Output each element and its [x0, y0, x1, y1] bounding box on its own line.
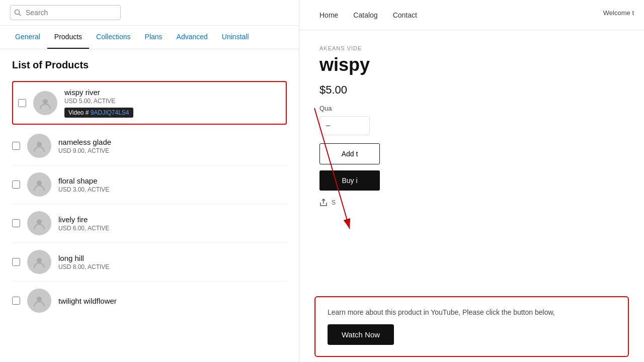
- product-item-5[interactable]: long hill USD 8.00, ACTIVE: [12, 243, 287, 282]
- product-avatar-6: [27, 289, 51, 313]
- youtube-box: Learn more about this product in YouTube…: [314, 296, 629, 357]
- nav-catalog[interactable]: Catalog: [353, 11, 377, 19]
- product-item-4[interactable]: lively fire USD 6.00, ACTIVE: [12, 204, 287, 243]
- product-info-2: nameless glade USD 9.00, ACTIVE: [58, 138, 287, 154]
- add-to-cart-button[interactable]: Add t: [319, 143, 380, 164]
- product-item-3[interactable]: floral shape USD 3.00, ACTIVE: [12, 165, 287, 204]
- store-nav: Home Catalog Contact Welcome t: [299, 0, 644, 30]
- youtube-text: Learn more about this product in YouTube…: [328, 308, 616, 316]
- search-input[interactable]: [10, 5, 121, 20]
- search-icon-wrap: [10, 5, 121, 20]
- tab-advanced[interactable]: Advanced: [170, 26, 215, 49]
- product-meta-4: USD 6.00, ACTIVE: [58, 225, 287, 232]
- buy-now-button[interactable]: Buy i: [319, 170, 380, 191]
- product-checkbox-1[interactable]: [18, 99, 26, 107]
- product-name-1: wispy river: [64, 88, 281, 97]
- video-link-1[interactable]: 9ADJIQ74LS4: [91, 109, 129, 116]
- product-meta-2: USD 9.00, ACTIVE: [58, 147, 287, 154]
- product-item-1[interactable]: wispy river USD 5.00, ACTIVE Video # 9AD…: [12, 81, 287, 125]
- product-info-5: long hill USD 8.00, ACTIVE: [58, 254, 287, 270]
- share-row: S: [319, 199, 624, 207]
- product-name-6: twilight wildflower: [58, 297, 287, 305]
- product-checkbox-5[interactable]: [12, 258, 20, 266]
- svg-point-5: [37, 219, 42, 224]
- product-meta-1: USD 5.00, ACTIVE: [64, 98, 281, 105]
- product-meta-5: USD 8.00, ACTIVE: [58, 263, 287, 270]
- tab-collections[interactable]: Collections: [89, 26, 137, 49]
- share-icon: [319, 199, 328, 207]
- product-name-4: lively fire: [58, 215, 287, 224]
- product-avatar-1: [33, 91, 57, 115]
- product-info-6: twilight wildflower: [58, 297, 287, 305]
- search-bar: [0, 0, 299, 26]
- tab-general[interactable]: General: [8, 26, 47, 49]
- product-item-6[interactable]: twilight wildflower: [12, 282, 287, 320]
- nav-contact[interactable]: Contact: [393, 11, 417, 19]
- product-price: $5.00: [319, 83, 624, 97]
- product-info-1: wispy river USD 5.00, ACTIVE Video # 9AD…: [64, 88, 281, 118]
- svg-point-7: [37, 297, 42, 302]
- nav-home[interactable]: Home: [319, 11, 338, 19]
- video-badge-1: Video # 9ADJIQ74LS4: [64, 108, 133, 118]
- akeans-label: AKEANS VIDE: [319, 45, 624, 51]
- product-avatar-5: [27, 250, 51, 274]
- quantity-minus-button[interactable]: −: [320, 117, 336, 135]
- product-info-4: lively fire USD 6.00, ACTIVE: [58, 215, 287, 232]
- watch-now-button[interactable]: Watch Now: [328, 324, 394, 345]
- svg-point-2: [43, 99, 48, 104]
- product-avatar-4: [27, 211, 51, 235]
- products-section: List of Products wispy river USD 5.00, A…: [0, 49, 299, 362]
- store-welcome: Welcome t: [603, 9, 634, 17]
- product-name-5: long hill: [58, 254, 287, 262]
- svg-point-4: [37, 180, 42, 186]
- left-panel: General Products Collections Plans Advan…: [0, 0, 299, 362]
- product-title-big: wispy: [319, 54, 624, 75]
- product-avatar-3: [27, 172, 51, 197]
- product-detail: AKEANS VIDE wispy $5.00 Qua − Add t Buy …: [299, 30, 644, 362]
- tabs-nav: General Products Collections Plans Advan…: [0, 26, 299, 49]
- svg-point-6: [37, 258, 42, 263]
- product-name-2: nameless glade: [58, 138, 287, 146]
- product-checkbox-4[interactable]: [12, 219, 20, 227]
- product-checkbox-3[interactable]: [12, 180, 20, 189]
- product-item-2[interactable]: nameless glade USD 9.00, ACTIVE: [12, 127, 287, 165]
- tab-uninstall[interactable]: Uninstall: [215, 26, 256, 49]
- quantity-control: −: [319, 116, 370, 135]
- product-checkbox-6[interactable]: [12, 297, 20, 305]
- list-title: List of Products: [12, 59, 287, 71]
- tab-products[interactable]: Products: [47, 26, 89, 49]
- tab-plans[interactable]: Plans: [138, 26, 170, 49]
- product-checkbox-2[interactable]: [12, 142, 20, 150]
- svg-point-3: [37, 142, 42, 147]
- product-avatar-2: [27, 134, 51, 158]
- product-name-3: floral shape: [58, 176, 287, 185]
- right-panel: Home Catalog Contact Welcome t AKEANS VI…: [299, 0, 644, 362]
- share-label: S: [332, 199, 336, 206]
- product-info-3: floral shape USD 3.00, ACTIVE: [58, 176, 287, 193]
- product-meta-3: USD 3.00, ACTIVE: [58, 186, 287, 193]
- quantity-label: Qua: [319, 105, 624, 112]
